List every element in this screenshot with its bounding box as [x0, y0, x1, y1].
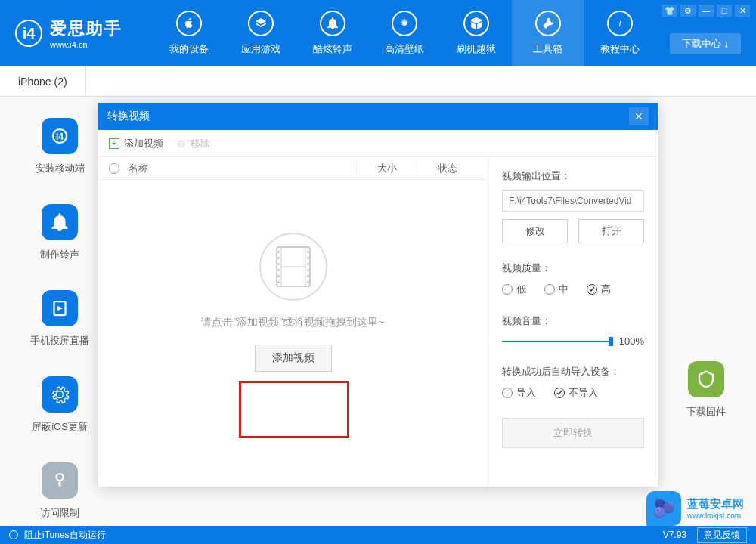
quality-label: 视频质量：: [502, 261, 644, 275]
download-center-button[interactable]: 下载中心 ↓: [670, 33, 741, 54]
nav-my-device[interactable]: 我的设备: [153, 0, 225, 66]
settings-icon[interactable]: ⚙: [680, 5, 696, 17]
sidebar-item-download-firmware[interactable]: 下载固件: [686, 361, 726, 419]
import-no-radio[interactable]: 不导入: [554, 386, 598, 400]
modal-title: 转换视频: [107, 110, 150, 123]
svg-rect-19: [307, 275, 309, 277]
convert-video-modal: 转换视频 ✕ + 添加视频 ⊖ 移除 名称 大小 状态: [98, 103, 658, 487]
nav-wallpapers[interactable]: 高清壁纸: [368, 0, 440, 66]
svg-rect-20: [307, 281, 309, 283]
tool-sidebar: i4 安装移动端 制作铃声 手机投屏直播 屏蔽iOS更新 访问限制: [30, 118, 89, 520]
plus-icon: +: [109, 138, 119, 149]
itunes-toggle[interactable]: [9, 530, 18, 539]
apple-icon: [176, 11, 202, 36]
sidebar-item-install-mobile[interactable]: i4 安装移动端: [30, 118, 89, 175]
svg-rect-18: [307, 269, 309, 271]
sidebar-item-screen-mirror[interactable]: 手机投屏直播: [30, 290, 89, 348]
nav-ringtones[interactable]: 酷炫铃声: [296, 0, 368, 66]
output-path-label: 视频输出位置：: [502, 169, 644, 183]
modify-button[interactable]: 修改: [502, 219, 568, 243]
import-yes-radio[interactable]: 导入: [502, 386, 536, 400]
quality-mid-radio[interactable]: 中: [544, 283, 569, 296]
auto-import-label: 转换成功后自动导入设备：: [502, 365, 644, 379]
box-icon: [463, 11, 489, 36]
blueberry-icon: 🫐: [646, 491, 681, 526]
app-icon: [248, 11, 274, 36]
gear-icon: [42, 376, 78, 413]
logo: i4 爱思助手 www.i4.cn: [0, 17, 138, 49]
device-tab[interactable]: iPhone (2): [0, 66, 86, 96]
minimize-button[interactable]: —: [699, 5, 714, 17]
col-status: 状态: [417, 162, 477, 175]
watermark-title: 蓝莓安卓网: [687, 497, 744, 512]
svg-rect-12: [277, 269, 280, 271]
info-icon: i: [607, 11, 633, 36]
svg-point-5: [57, 474, 64, 481]
svg-rect-13: [277, 275, 280, 277]
feedback-button[interactable]: 意见反馈: [697, 527, 747, 543]
add-video-button[interactable]: 添加视频: [255, 345, 332, 372]
shirt-icon[interactable]: 👕: [662, 5, 677, 17]
logo-icon: i4: [15, 20, 42, 47]
key-icon: [42, 462, 78, 499]
quality-low-radio[interactable]: 低: [502, 283, 526, 296]
select-all-checkbox[interactable]: [109, 163, 119, 174]
empty-state: 请点击"添加视频"或将视频拖拽到这里~ 添加视频: [98, 180, 488, 372]
app-header: i4 爱思助手 www.i4.cn 我的设备 应用游戏 酷炫铃声 高清壁纸 刷机…: [0, 0, 756, 66]
itunes-label: 阻止iTunes自动运行: [24, 529, 106, 542]
quality-high-radio[interactable]: 高: [587, 283, 611, 296]
svg-rect-14: [277, 281, 280, 283]
nav-apps-games[interactable]: 应用游戏: [225, 0, 296, 66]
watermark-url: www.lmkjst.com: [687, 512, 744, 520]
remove-icon: ⊖: [177, 138, 186, 150]
table-header: 名称 大小 状态: [98, 157, 488, 180]
status-bar: 阻止iTunes自动运行 V7.93 意见反馈: [0, 526, 756, 544]
film-icon: [259, 233, 327, 301]
toolbar-remove: ⊖ 移除: [177, 137, 210, 150]
wallpaper-icon: [392, 11, 417, 36]
close-button[interactable]: ✕: [735, 5, 750, 17]
sidebar-item-ringtone[interactable]: 制作铃声: [30, 204, 89, 261]
nav-flash-jailbreak[interactable]: 刷机越狱: [440, 0, 512, 66]
nav-tutorials[interactable]: i 教程中心: [584, 0, 655, 66]
ringtone-icon: [42, 204, 78, 240]
tab-bar: iPhone (2): [0, 66, 756, 97]
logo-title: 爱思助手: [50, 17, 122, 40]
open-button[interactable]: 打开: [578, 219, 644, 243]
tools-icon: [535, 11, 561, 36]
svg-rect-9: [277, 251, 280, 253]
bell-icon: [320, 11, 345, 36]
modal-close-button[interactable]: ✕: [629, 107, 649, 125]
maximize-button[interactable]: □: [717, 5, 732, 17]
col-size: 大小: [356, 162, 417, 175]
output-path-input[interactable]: [502, 190, 644, 212]
svg-rect-16: [307, 257, 309, 259]
install-icon: i4: [42, 118, 78, 154]
modal-titlebar: 转换视频 ✕: [98, 103, 658, 130]
watermark: 🫐 蓝莓安卓网 www.lmkjst.com: [646, 491, 744, 526]
svg-text:i: i: [618, 18, 621, 29]
volume-slider[interactable]: [502, 341, 612, 342]
svg-rect-15: [307, 251, 309, 253]
firmware-icon: [688, 361, 724, 397]
toolbar-add-video[interactable]: + 添加视频: [109, 137, 163, 150]
content-area: i4 安装移动端 制作铃声 手机投屏直播 屏蔽iOS更新 访问限制 下载固件 转…: [0, 97, 756, 526]
highlight-annotation: [239, 381, 349, 438]
col-name: 名称: [129, 162, 356, 175]
screen-icon: [42, 290, 78, 326]
nav-toolbox[interactable]: 工具箱: [512, 0, 584, 66]
volume-label: 视频音量：: [502, 314, 644, 328]
video-list-panel: 名称 大小 状态 请点击"添加视频"或将视频拖拽到这里~ 添加视频: [98, 157, 488, 487]
window-controls: 👕 ⚙ — □ ✕: [662, 5, 750, 17]
svg-text:i4: i4: [56, 131, 64, 142]
svg-rect-10: [277, 257, 280, 259]
empty-hint-text: 请点击"添加视频"或将视频拖拽到这里~: [201, 316, 384, 329]
volume-value: 100%: [619, 335, 644, 347]
convert-now-button[interactable]: 立即转换: [502, 418, 644, 448]
sidebar-item-access-restrict[interactable]: 访问限制: [30, 462, 89, 520]
modal-toolbar: + 添加视频 ⊖ 移除: [98, 130, 658, 157]
svg-rect-17: [307, 263, 309, 265]
settings-panel: 视频输出位置： 修改 打开 视频质量： 低 中 高 视频音: [488, 157, 658, 487]
logo-url: www.i4.cn: [50, 40, 122, 49]
sidebar-item-block-update[interactable]: 屏蔽iOS更新: [30, 376, 89, 434]
